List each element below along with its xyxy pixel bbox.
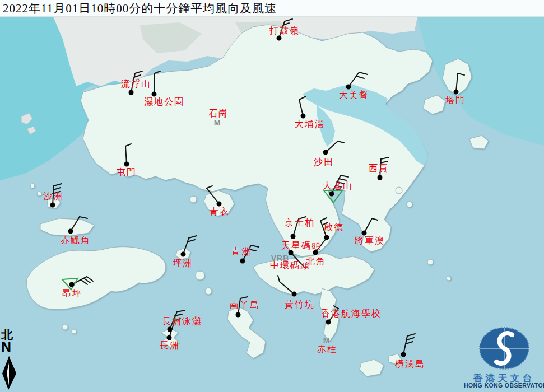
wind-barb-segment	[372, 218, 378, 220]
wind-barb-segment	[240, 297, 248, 298]
station-dot	[68, 229, 73, 234]
wind-barb-segment	[207, 186, 212, 188]
wind-barb-segment	[189, 236, 197, 238]
station-label: 赤柱	[317, 344, 337, 356]
station-barb	[68, 217, 88, 234]
station-barb	[362, 218, 378, 236]
station-dot	[69, 282, 75, 287]
wind-barb-segment	[125, 146, 127, 164]
station-label: 大埔滘	[295, 119, 325, 130]
station-dot	[240, 259, 245, 264]
station-dot	[324, 235, 329, 240]
station-label: 赤鱲角	[61, 235, 91, 246]
station-label: 流浮山	[121, 78, 151, 90]
wind-barb-segment	[381, 157, 389, 159]
wind-barb-segment	[456, 73, 458, 92]
wind-barb-segment	[341, 175, 348, 177]
station-label: 西貢	[369, 163, 389, 175]
wind-barb-segment	[72, 277, 87, 284]
station-barb	[207, 186, 222, 207]
station-label: 坪洲	[173, 258, 193, 269]
hko-logo-icon	[464, 324, 544, 372]
wind-barb-segment	[280, 282, 294, 294]
wind-barb-segment	[356, 76, 364, 78]
station-dot	[329, 192, 334, 197]
station-label: 長洲泳灘	[162, 316, 202, 328]
wind-barb-segment	[71, 217, 80, 231]
wind-barb-segment	[177, 310, 185, 312]
hko-logo-en-text: HONG KONG OBSERVATORY	[464, 382, 544, 389]
wind-barb-segment	[299, 96, 306, 100]
station-barb	[346, 72, 368, 90]
station-label: 黃竹坑	[285, 299, 315, 311]
station-label: 打鼓嶺	[269, 25, 300, 37]
station-label: 啟德	[324, 222, 344, 234]
station-dot	[291, 234, 296, 239]
station-label: 香港航海學校	[321, 308, 382, 320]
wind-barb-segment	[338, 141, 344, 143]
station-dot	[346, 85, 351, 90]
title-bar: 2022年11月01日10時00分的十分鐘平均風向及風速	[0, 0, 544, 17]
map-title: 2022年11月01日10時00分的十分鐘平均風向及風速	[0, 1, 277, 16]
weather-wind-map: 2022年11月01日10時00分的十分鐘平均風向及風速 北 N 香港天文台 H…	[0, 0, 544, 392]
station-dot	[50, 203, 55, 208]
wind-barb-segment	[135, 71, 142, 73]
wind-barb-segment	[125, 144, 131, 146]
status-marker-vrb: VRB	[271, 254, 290, 263]
station-label: 大老山	[323, 180, 353, 192]
wind-barb-segment	[407, 338, 414, 340]
wind-barb-segment	[278, 276, 280, 282]
station-dot	[236, 312, 241, 318]
station-dot	[301, 114, 306, 119]
wind-barb-segment	[320, 218, 327, 221]
station-dot	[129, 90, 134, 95]
wind-barb-segment	[183, 238, 189, 254]
wind-barb-layer	[0, 0, 544, 392]
station-barb	[124, 144, 132, 167]
station-label: 長洲	[160, 340, 180, 352]
station-label: 屯門	[117, 167, 137, 179]
station-dot	[378, 175, 383, 180]
station-label: 沙田	[314, 157, 334, 169]
wind-barb-segment	[207, 188, 219, 204]
station-label: 昂坪	[62, 288, 82, 300]
wind-barb-segment	[251, 245, 259, 247]
station-barb	[181, 236, 197, 257]
hko-logo: 香港天文台 HONG KONG OBSERVATORY	[464, 324, 544, 392]
station-label: 青洲	[231, 246, 252, 258]
station-label: 南丫島	[230, 300, 260, 311]
station-label: 將軍澳	[355, 235, 385, 247]
wind-barb-segment	[155, 71, 160, 73]
station-label: 沙洲	[43, 191, 63, 203]
north-arrow-icon	[0, 327, 22, 392]
wind-barb-segment	[348, 72, 359, 87]
station-dot	[401, 352, 406, 357]
station-barb	[278, 276, 297, 297]
wind-barb-segment	[154, 73, 155, 94]
station-label: 濕地公園	[144, 96, 184, 108]
station-dot	[323, 150, 328, 155]
station-label: 青衣	[210, 206, 230, 218]
wind-barb-segment	[359, 72, 368, 74]
station-dot	[292, 292, 297, 297]
station-dot	[124, 162, 129, 167]
wind-barb-segment	[53, 188, 61, 190]
station-dot	[454, 90, 459, 95]
status-marker-m: M	[214, 118, 221, 127]
station-barb	[454, 73, 465, 95]
wind-barb-segment	[285, 19, 292, 21]
station-barb	[323, 141, 345, 155]
wind-barb-segment	[54, 184, 62, 186]
station-label: 北角	[306, 256, 326, 268]
wind-barb-segment	[407, 334, 415, 336]
wind-barb-segment	[403, 336, 407, 354]
station-barb	[401, 334, 416, 357]
station-label: 橫瀾島	[395, 358, 425, 370]
station-dot	[181, 252, 186, 257]
station-label: 京士柏	[285, 217, 315, 229]
wind-barb-segment	[458, 73, 464, 75]
station-label: 大美督	[339, 90, 369, 101]
station-label: 天星碼頭	[281, 240, 322, 252]
station-label: 塔門	[445, 95, 466, 106]
station-barb	[299, 96, 306, 119]
